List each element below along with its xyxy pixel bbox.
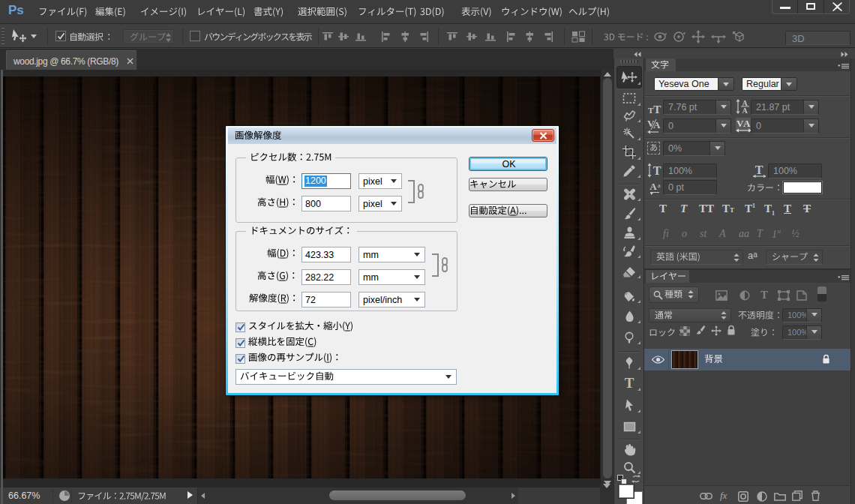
svg-text:A: A xyxy=(743,118,751,129)
svg-text:A: A xyxy=(653,119,661,130)
svg-text:a: a xyxy=(658,182,661,189)
svg-text:A: A xyxy=(742,106,748,115)
svg-text:T: T xyxy=(755,164,764,176)
svg-text:A: A xyxy=(650,181,657,192)
svg-text:T: T xyxy=(625,376,634,390)
svg-text:T: T xyxy=(653,164,662,177)
